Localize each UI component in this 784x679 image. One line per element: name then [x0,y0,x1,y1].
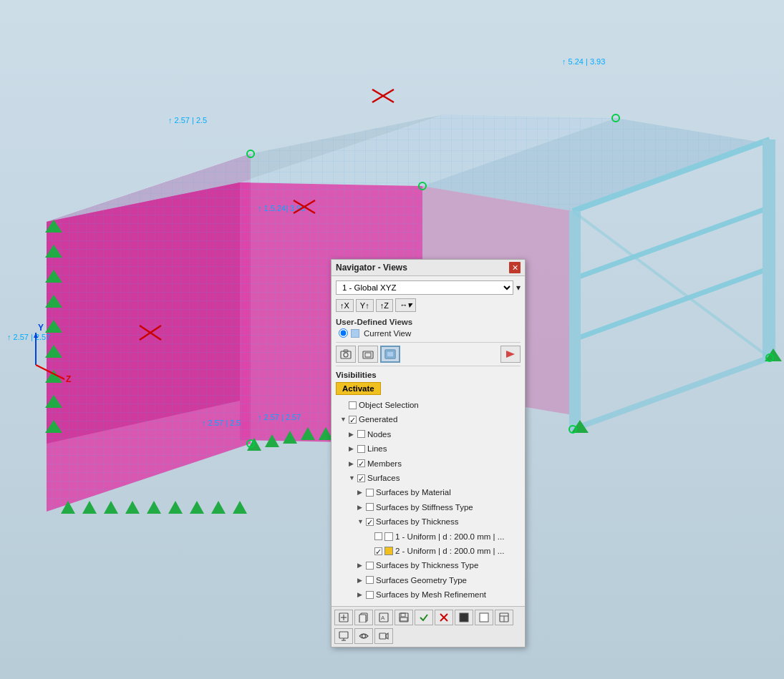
camera-btn-1[interactable] [336,346,356,363]
checkbox-surfaces-stiffness[interactable] [366,503,374,511]
tree-item-nodes[interactable]: ▶ Nodes [337,427,521,441]
tb-btn-new[interactable] [334,610,353,625]
svg-text:A: A [381,615,385,621]
svg-marker-104 [386,633,388,639]
tree-item-members[interactable]: ▶ Members [337,456,521,471]
tree-item-lines[interactable]: ▶ Lines [337,441,521,456]
checkbox-surfaces-geometry-type[interactable] [366,576,374,584]
camera-record-btn[interactable] [500,346,521,363]
checkbox-object-selection[interactable] [349,401,357,409]
tree-item-surfaces-thickness-type[interactable]: ▶ Surfaces by Thickness Type [337,558,521,572]
svg-text:Y: Y [38,323,44,333]
svg-text:↑ 2.57 | 2.5: ↑ 2.57 | 2.5 [202,419,241,427]
label-surfaces-stiffness: Surfaces by Stiffness Type [376,501,473,514]
svg-rect-86 [359,615,366,622]
axis-btn-xy[interactable]: ↔▾ [395,298,416,312]
label-thickness-1: 1 - Uniform | d : 200.0 mm | ... [395,530,504,543]
tb-btn-table[interactable] [495,610,513,625]
label-surfaces-thickness: Surfaces by Thickness [376,515,458,528]
tree-item-surfaces-mesh[interactable]: ▶ Surfaces by Mesh Refinement [337,587,521,602]
axis-btn-y[interactable]: Y↑ [356,299,374,312]
tree-item-surfaces[interactable]: ▼ Surfaces [337,471,521,485]
tree-item-surfaces-material[interactable]: ▶ Surfaces by Material [337,485,521,499]
chevron-surfaces-geometry-type: ▶ [357,575,364,585]
bottom-toolbar-2 [331,627,525,647]
label-generated: Generated [359,413,397,426]
chevron-members: ▶ [349,459,356,469]
svg-rect-19 [763,140,775,361]
visibility-tree: Object Selection ▼ Generated ▶ Nodes ▶ L… [336,398,521,602]
chevron-surfaces: ▼ [349,473,356,483]
chevron-surfaces-stiffness: ▶ [357,502,364,512]
current-view-radio[interactable] [339,328,348,338]
tb-btn-save[interactable] [395,610,413,625]
dropdown-chevron-icon: ▾ [516,283,521,293]
swatch-thickness-2 [384,547,393,555]
label-nodes: Nodes [367,428,391,441]
current-view-row[interactable]: Current View [336,328,521,338]
tree-item-thickness-1[interactable]: 1 - Uniform | d : 200.0 mm | ... [337,529,521,544]
checkbox-surfaces-thickness-type[interactable] [366,562,374,570]
chevron-surfaces-material: ▶ [357,487,364,497]
tb-btn-video[interactable] [374,628,393,644]
svg-text:Z: Z [66,374,71,384]
label-surfaces-thickness-type: Surfaces by Thickness Type [376,559,478,572]
tree-item-surfaces-geometry-type[interactable]: ▶ Surfaces Geometry Type [337,573,521,587]
activate-button[interactable]: Activate [336,382,381,395]
chevron-surfaces-mesh: ▶ [357,590,364,600]
current-view-label: Current View [364,329,411,338]
view-selector[interactable]: 1 - Global XYZ 2 - Front 3 - Side [336,280,513,295]
checkbox-surfaces[interactable] [357,474,365,482]
axis-btn-z[interactable]: ↑Z [376,299,393,312]
checkbox-generated[interactable] [349,416,357,424]
svg-marker-81 [506,351,515,358]
checkbox-surfaces-material[interactable] [366,489,374,497]
tb-btn-delete[interactable] [435,610,453,625]
navigator-title: Navigator - Views [336,263,407,273]
tree-item-object-selection[interactable]: Object Selection [337,398,521,412]
camera-btn-3[interactable] [380,346,400,363]
label-surfaces: Surfaces [367,472,400,484]
tb-btn-rename[interactable]: A [374,610,393,625]
current-view-swatch [351,329,359,338]
checkbox-members[interactable] [357,459,365,467]
svg-text:↑ 2.57 | 2.57: ↑ 2.57 | 2.57 [258,413,301,421]
chevron-lines: ▶ [349,444,356,454]
tb-btn-eye[interactable] [354,628,373,644]
tree-item-surfaces-thickness[interactable]: ▼ Surfaces by Thickness [337,514,521,529]
axis-buttons-row: ↑X Y↑ ↑Z ↔▾ [336,298,521,312]
chevron-surfaces-thickness-type: ▶ [357,560,364,570]
tb-btn-check[interactable] [415,610,433,625]
svg-rect-91 [400,617,407,621]
svg-text:↑ 5.24 | 3.93: ↑ 5.24 | 3.93 [562,57,605,66]
camera-btn-2[interactable] [358,346,378,363]
navigator-titlebar[interactable]: Navigator - Views ✕ [331,260,525,276]
tree-item-surfaces-stiffness[interactable]: ▶ Surfaces by Stiffness Type [337,500,521,514]
chevron-surfaces-thickness: ▼ [357,517,364,527]
checkbox-surfaces-thickness[interactable] [366,518,374,526]
svg-rect-103 [379,633,386,639]
checkbox-thickness-1[interactable] [374,532,382,540]
view-select-row: 1 - Global XYZ 2 - Front 3 - Side ▾ [336,280,521,295]
navigator-panel: Navigator - Views ✕ 1 - Global XYZ 2 - F… [331,259,526,648]
tb-btn-hide-all[interactable] [475,610,493,625]
camera-buttons-row [336,342,521,366]
tb-btn-screen[interactable] [334,628,353,644]
navigator-close-button[interactable]: ✕ [509,262,521,273]
svg-text:↑ 2.57 | 2.57: ↑ 2.57 | 2.57 [7,333,50,341]
checkbox-lines[interactable] [357,445,365,453]
tree-item-generated[interactable]: ▼ Generated [337,412,521,426]
tb-btn-show-all[interactable] [455,610,473,625]
checkbox-surfaces-mesh[interactable] [366,591,374,599]
tb-btn-copy[interactable] [354,610,373,625]
checkbox-thickness-2[interactable] [374,547,382,555]
label-surfaces-mesh: Surfaces by Mesh Refinement [376,588,486,601]
label-thickness-2: 2 - Uniform | d : 200.0 mm | ... [395,544,504,557]
svg-rect-99 [339,632,348,638]
tree-item-thickness-2[interactable]: 2 - Uniform | d : 200.0 mm | ... [337,544,521,558]
checkbox-nodes[interactable] [357,430,365,438]
svg-text:↑ 2.57 | 2.5: ↑ 2.57 | 2.5 [168,116,207,124]
svg-marker-6 [47,182,240,444]
axis-btn-x[interactable]: ↑X [336,299,354,312]
svg-rect-95 [480,613,488,622]
